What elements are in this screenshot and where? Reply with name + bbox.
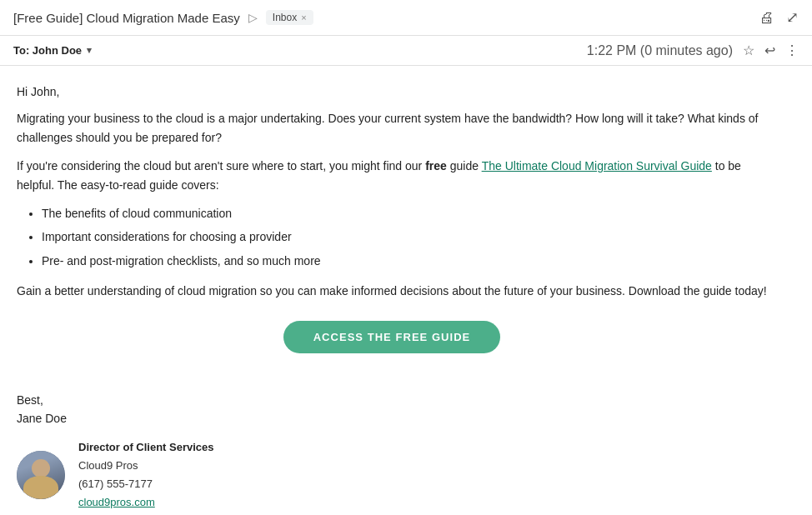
timestamp: 1:22 PM (0 minutes ago): [587, 43, 733, 58]
inbox-close-icon[interactable]: ×: [301, 12, 306, 22]
print-icon[interactable]: 🖨: [759, 9, 774, 27]
bullet-3: Pre- and post-migration checklists, and …: [42, 252, 767, 270]
email-signature: Best, Jane Doe Director of Client Servic…: [0, 393, 812, 515]
inbox-badge: Inbox ×: [266, 10, 313, 25]
sig-details: Director of Client Services Cloud9 Pros …: [78, 438, 214, 512]
more-options-icon[interactable]: ⋮: [785, 42, 799, 58]
sig-title: Director of Client Services: [78, 438, 214, 457]
top-bar: [Free Guide] Cloud Migration Made Easy ▷…: [0, 0, 812, 36]
to-label: To: John Doe: [13, 44, 82, 57]
guide-link[interactable]: The Ultimate Cloud Migration Survival Gu…: [482, 159, 712, 172]
email-para2: If you're considering the cloud but aren…: [17, 157, 767, 194]
email-greeting: Hi John,: [17, 82, 767, 101]
email-subject-row: [Free Guide] Cloud Migration Made Easy ▷…: [13, 10, 313, 25]
sig-block: Director of Client Services Cloud9 Pros …: [17, 438, 795, 512]
sender-name: Jane Doe: [17, 412, 795, 425]
bullet-1: The benefits of cloud communication: [42, 204, 767, 222]
recipient-info: To: John Doe ▾: [13, 44, 92, 57]
para2-prefix: If you're considering the cloud but aren…: [17, 159, 425, 172]
email-para1: Migrating your business to the cloud is …: [17, 109, 767, 147]
popout-icon[interactable]: ⤢: [786, 8, 799, 27]
cta-container: ACCESS THE FREE GUIDE: [17, 321, 767, 353]
email-para3: Gain a better understanding of cloud mig…: [17, 282, 767, 300]
sig-website-link[interactable]: cloud9pros.com: [78, 496, 155, 508]
recipient-dropdown-icon[interactable]: ▾: [87, 45, 92, 56]
forward-icon[interactable]: ▷: [248, 11, 258, 24]
email-subject: [Free Guide] Cloud Migration Made Easy: [13, 11, 240, 25]
sender-avatar: [17, 451, 65, 499]
reply-icon[interactable]: ↩: [764, 42, 775, 58]
star-icon[interactable]: ☆: [743, 42, 754, 58]
email-meta-row: To: John Doe ▾ 1:22 PM (0 minutes ago) ☆…: [0, 36, 812, 66]
bullet-2: Important considerations for choosing a …: [42, 228, 767, 246]
email-actions: 1:22 PM (0 minutes ago) ☆ ↩ ⋮: [587, 42, 799, 58]
sig-phone: (617) 555-7177: [78, 475, 214, 493]
sig-company: Cloud9 Pros: [78, 457, 214, 475]
para2-bold: free: [425, 159, 447, 172]
avatar-image: [17, 451, 65, 499]
access-guide-button[interactable]: ACCESS THE FREE GUIDE: [283, 321, 501, 353]
email-body: Hi John, Migrating your business to the …: [0, 66, 784, 393]
top-bar-actions: 🖨 ⤢: [759, 8, 799, 27]
bullet-list: The benefits of cloud communication Impo…: [42, 204, 767, 270]
salutation: Best,: [17, 393, 795, 407]
inbox-label: Inbox: [273, 12, 297, 23]
